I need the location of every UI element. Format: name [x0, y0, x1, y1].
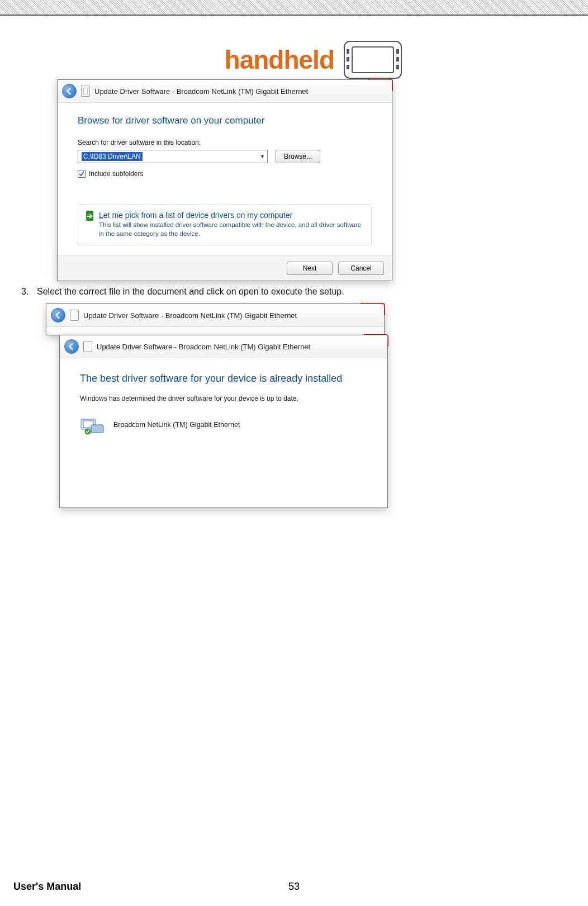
step-3-instruction: 3. Select the correct file in the docume…	[21, 287, 577, 297]
window-titlebar: Update Driver Software - Broadcom NetLin…	[60, 335, 387, 358]
screenshot-browse-driver: Update Driver Software - Broadcom NetLin…	[57, 79, 392, 281]
window-body: Browse for driver software on your compu…	[58, 103, 392, 255]
driver-row: Broadcom NetLink (TM) Gigabit Ethernet	[80, 415, 367, 435]
svg-rect-4	[347, 65, 349, 69]
path-row: C:\ID83 Driver\LAN ▼ Browse...	[78, 150, 372, 163]
back-button[interactable]	[51, 308, 65, 322]
page-number: 53	[288, 881, 300, 893]
device-outline-icon	[342, 38, 404, 82]
window-title: Update Driver Software - Broadcom NetLin…	[94, 87, 308, 96]
chevron-down-icon: ▼	[260, 154, 265, 159]
back-arrow-icon	[54, 311, 62, 319]
device-icon	[70, 310, 79, 321]
step-text: Select the correct file in the document …	[37, 287, 344, 297]
foreground-window: Update Driver Software - Broadcom NetLin…	[59, 335, 388, 508]
include-subfolders-row: Include subfolders	[78, 170, 372, 178]
window-titlebar: Update Driver Software - Broadcom NetLin…	[58, 80, 392, 103]
include-subfolders-checkbox[interactable]	[78, 170, 86, 178]
divider	[46, 327, 384, 335]
svg-rect-3	[347, 57, 349, 61]
page-footer: User's Manual 53	[0, 881, 588, 893]
screenshot-already-installed: Update Driver Software - Broadcom NetLin…	[46, 303, 388, 544]
brand-logo-text: handheld	[225, 45, 334, 75]
dialog-heading: Browse for driver software on your compu…	[78, 115, 372, 126]
step-number: 3.	[21, 287, 31, 297]
option-description: This list will show installed driver sof…	[99, 221, 363, 238]
back-arrow-icon	[68, 343, 75, 350]
brand-row: handheld	[11, 38, 577, 82]
top-pattern	[0, 0, 588, 16]
arrow-right-icon: ➔	[86, 211, 93, 221]
dialog-heading: The best driver software for your device…	[80, 373, 367, 385]
window-titlebar: Update Driver Software - Broadcom NetLin…	[46, 304, 384, 327]
pick-from-list-option[interactable]: ➔ Let me pick from a list of device driv…	[78, 205, 372, 245]
cancel-button[interactable]: Cancel	[338, 262, 384, 275]
window-frame: Update Driver Software - Broadcom NetLin…	[57, 79, 392, 281]
footer-title: User's Manual	[13, 881, 81, 893]
driver-device-icon	[80, 415, 105, 435]
path-value: C:\ID83 Driver\LAN	[82, 152, 143, 161]
svg-rect-5	[396, 49, 399, 54]
back-button[interactable]	[62, 84, 77, 98]
path-combobox[interactable]: C:\ID83 Driver\LAN ▼	[78, 150, 268, 163]
device-icon	[83, 341, 92, 352]
window-title: Update Driver Software - Broadcom NetLin…	[83, 311, 297, 320]
check-icon	[79, 171, 84, 177]
next-button[interactable]: Next	[287, 262, 333, 275]
svg-rect-7	[396, 65, 399, 69]
svg-rect-2	[347, 49, 349, 54]
dialog-body-text: Windows has determined the driver softwa…	[80, 395, 367, 402]
option-text-wrap: Let me pick from a list of device driver…	[99, 211, 363, 238]
window-footer: Next Cancel	[58, 255, 392, 281]
window-body: The best driver software for your device…	[60, 358, 387, 507]
svg-rect-8	[83, 88, 88, 94]
window-title: Update Driver Software - Broadcom NetLin…	[97, 343, 310, 351]
background-window: Update Driver Software - Broadcom NetLin…	[46, 303, 385, 335]
svg-rect-11	[91, 425, 103, 433]
search-location-label: Search for driver software in this locat…	[78, 139, 372, 146]
back-button[interactable]	[64, 339, 79, 354]
back-arrow-icon	[65, 87, 73, 95]
option-title: Let me pick from a list of device driver…	[99, 211, 363, 220]
driver-name: Broadcom NetLink (TM) Gigabit Ethernet	[113, 421, 240, 429]
svg-rect-6	[396, 57, 399, 61]
svg-rect-1	[352, 47, 393, 73]
device-icon	[81, 86, 90, 97]
page-content: handheld	[0, 16, 588, 544]
browse-button[interactable]: Browse...	[276, 150, 320, 163]
include-subfolders-label: Include subfolders	[89, 170, 143, 178]
